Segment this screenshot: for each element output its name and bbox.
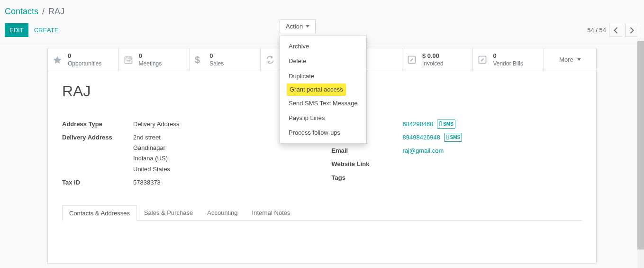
pager-next-button[interactable] bbox=[625, 24, 638, 37]
pencil-square-icon bbox=[407, 55, 417, 65]
scrollbar-thumb[interactable] bbox=[637, 41, 644, 250]
pager: 54 / 54 bbox=[587, 24, 638, 37]
action-dropdown-menu: Archive Delete Duplicate Grant portal ac… bbox=[280, 36, 367, 144]
pencil-square-icon bbox=[478, 55, 488, 65]
sms-label: SMS bbox=[450, 133, 461, 141]
edit-button[interactable]: EDIT bbox=[5, 23, 28, 37]
stat-vendor-value: 0 bbox=[493, 52, 496, 59]
value-state: Indiana (US) bbox=[133, 153, 170, 164]
sms-button-phone[interactable]: SMS bbox=[437, 120, 455, 129]
tab-accounting[interactable]: Accounting bbox=[200, 205, 245, 220]
svg-rect-10 bbox=[446, 135, 449, 139]
value-city: Gandinagar bbox=[133, 143, 170, 153]
value-street: 2nd street bbox=[133, 132, 170, 143]
stat-invoiced-value: $ 0.00 bbox=[422, 52, 439, 59]
stat-sales-value: 0 bbox=[209, 52, 213, 59]
tab-contacts-addresses[interactable]: Contacts & Addresses bbox=[62, 205, 137, 221]
fields-left: Address Type Delivery Address Delivery A… bbox=[62, 119, 313, 191]
svg-rect-9 bbox=[439, 122, 442, 126]
action-dropdown-wrap: Action Archive Delete Duplicate Grant po… bbox=[280, 19, 316, 33]
action-duplicate[interactable]: Duplicate bbox=[280, 69, 366, 83]
calendar-icon bbox=[124, 55, 134, 65]
chevron-right-icon bbox=[630, 27, 634, 34]
scrollbar[interactable] bbox=[637, 41, 644, 268]
action-payslip-lines[interactable]: Payslip Lines bbox=[280, 111, 366, 125]
mobile-icon bbox=[439, 121, 442, 126]
pager-text: 54 / 54 bbox=[587, 27, 606, 34]
chevron-left-icon bbox=[614, 27, 618, 34]
stat-meetings[interactable]: 0Meetings bbox=[118, 48, 190, 71]
tab-content bbox=[62, 221, 582, 249]
stat-meetings-value: 0 bbox=[139, 52, 142, 59]
value-address-type: Delivery Address bbox=[133, 119, 180, 129]
svg-rect-0 bbox=[125, 57, 132, 63]
stat-sales[interactable]: $ 0Sales bbox=[189, 48, 260, 71]
value-mobile[interactable]: 89498426948 bbox=[403, 134, 441, 141]
breadcrumb-parent[interactable]: Contacts bbox=[5, 7, 38, 17]
value-country: United States bbox=[133, 164, 170, 175]
stat-more[interactable]: More bbox=[544, 48, 596, 71]
stat-invoiced[interactable]: $ 0.00Invoiced bbox=[402, 48, 473, 71]
label-tax-id: Tax ID bbox=[62, 177, 133, 188]
action-process-followups[interactable]: Process follow-ups bbox=[280, 125, 366, 140]
refresh-icon bbox=[265, 55, 276, 65]
stat-vendor-label: Vendor Bills bbox=[493, 60, 523, 67]
breadcrumb-sep: / bbox=[42, 7, 45, 17]
label-website: Website Link bbox=[332, 159, 403, 169]
stat-opportunities[interactable]: 0Opportunities bbox=[48, 48, 118, 71]
value-delivery-address: 2nd street Gandinagar Indiana (US) Unite… bbox=[133, 132, 170, 174]
tab-sales-purchase[interactable]: Sales & Purchase bbox=[137, 205, 200, 220]
action-archive[interactable]: Archive bbox=[280, 39, 366, 54]
action-button[interactable]: Action bbox=[280, 19, 316, 33]
breadcrumb: Contacts / RAJ bbox=[0, 0, 644, 19]
stat-vendor-bills[interactable]: 0Vendor Bills bbox=[472, 48, 544, 71]
fields-right: Phone 684298468 SMS Mobile 894984269 bbox=[332, 119, 582, 191]
breadcrumb-current: RAJ bbox=[48, 7, 64, 17]
toolbar: EDIT CREATE Action Archive Delete Duplic… bbox=[0, 19, 644, 42]
stat-sales-label: Sales bbox=[209, 60, 224, 67]
action-delete[interactable]: Delete bbox=[280, 54, 366, 68]
value-tax-id: 57838373 bbox=[133, 177, 161, 188]
action-label: Action bbox=[286, 23, 303, 30]
tabs: Contacts & Addresses Sales & Purchase Ac… bbox=[62, 205, 582, 221]
tab-internal-notes[interactable]: Internal Notes bbox=[245, 205, 298, 220]
dollar-icon: $ bbox=[194, 55, 205, 65]
chevron-down-icon bbox=[577, 58, 581, 61]
stat-invoiced-label: Invoiced bbox=[422, 60, 444, 67]
action-send-sms[interactable]: Send SMS Text Message bbox=[280, 96, 366, 111]
star-icon bbox=[53, 55, 63, 65]
label-email: Email bbox=[332, 146, 403, 156]
sms-label: SMS bbox=[443, 120, 454, 128]
create-button[interactable]: CREATE bbox=[28, 23, 64, 37]
stat-opportunities-value: 0 bbox=[68, 52, 71, 59]
label-tags: Tags bbox=[332, 173, 403, 183]
pager-prev-button[interactable] bbox=[609, 24, 622, 37]
mobile-icon bbox=[446, 135, 449, 139]
stat-opportunities-label: Opportunities bbox=[68, 60, 101, 67]
label-address-type: Address Type bbox=[62, 119, 133, 129]
chevron-down-icon bbox=[306, 25, 309, 28]
sms-button-mobile[interactable]: SMS bbox=[444, 133, 463, 142]
stat-meetings-label: Meetings bbox=[139, 60, 162, 67]
svg-text:$: $ bbox=[195, 55, 200, 65]
action-grant-portal-access[interactable]: Grant portal access bbox=[287, 83, 346, 95]
stat-more-label: More bbox=[559, 56, 573, 63]
value-phone[interactable]: 684298468 bbox=[403, 120, 434, 128]
value-email[interactable]: raj@gmail.com bbox=[403, 147, 444, 154]
label-delivery-address: Delivery Address bbox=[62, 132, 133, 174]
